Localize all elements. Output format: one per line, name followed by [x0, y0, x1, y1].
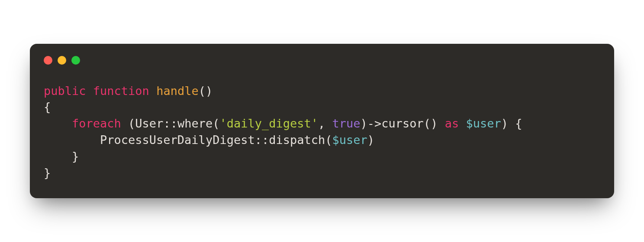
window-minimize-icon[interactable] — [58, 56, 66, 65]
boolean-literal: true — [332, 117, 361, 130]
indent — [44, 133, 100, 147]
indent — [44, 117, 72, 130]
paren-close: ) — [367, 133, 374, 147]
keyword-foreach: foreach — [72, 117, 121, 130]
tail: ) { — [501, 117, 522, 130]
chain-call: )->cursor() — [361, 117, 445, 130]
indent — [44, 150, 72, 163]
keyword-function: function — [93, 84, 149, 98]
class-call: User::where( — [135, 117, 219, 130]
paren-open: ( — [128, 117, 135, 130]
window-maximize-icon[interactable] — [71, 56, 80, 65]
function-name: handle — [156, 84, 199, 98]
variable-user: $user — [466, 117, 501, 130]
space — [459, 117, 466, 130]
window-close-icon[interactable] — [44, 56, 52, 65]
keyword-public: public — [44, 84, 86, 98]
comma: , — [318, 117, 332, 130]
window-titlebar — [44, 56, 600, 65]
dispatch-call: ProcessUserDailyDigest::dispatch( — [100, 133, 332, 147]
code-window: public function handle() { foreach (User… — [30, 44, 614, 199]
space — [86, 84, 93, 98]
space — [149, 84, 156, 98]
brace-open: { — [44, 100, 51, 114]
code-block: public function handle() { foreach (User… — [44, 83, 600, 181]
keyword-as: as — [445, 117, 459, 130]
variable-user: $user — [332, 133, 367, 147]
parentheses: () — [199, 84, 213, 98]
string-literal: 'daily_digest' — [219, 117, 318, 130]
brace-close: } — [44, 166, 51, 180]
brace-close: } — [72, 150, 79, 163]
space — [121, 117, 128, 130]
